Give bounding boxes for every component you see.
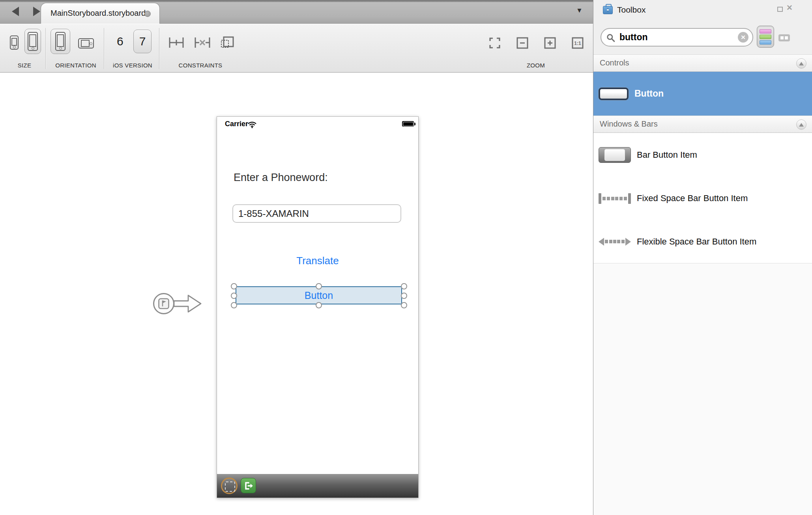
size-large-phone-button[interactable] xyxy=(24,29,41,54)
add-width-constraint-icon[interactable] xyxy=(168,36,184,49)
exit-unwind-segue-icon[interactable] xyxy=(241,478,256,493)
ios-version-6-button[interactable]: 6 xyxy=(117,35,123,48)
toolbox-panel: Toolbox ✕ ✕ Controls xyxy=(593,0,812,515)
search-input[interactable] xyxy=(619,31,733,44)
forward-arrow-icon[interactable] xyxy=(33,7,40,16)
orientation-portrait-icon xyxy=(55,32,65,51)
toolbox-item-label: Button xyxy=(634,88,664,99)
size-label: SIZE xyxy=(8,62,41,69)
toolbox-icon xyxy=(603,6,613,14)
zoom-actual-text: 1:1 xyxy=(574,41,581,46)
misplaced-views-icon[interactable] xyxy=(220,36,234,49)
flexible-space-icon xyxy=(599,238,631,246)
size-large-phone-icon xyxy=(28,32,38,51)
categorized-view-toggle-button[interactable] xyxy=(757,26,774,48)
phoneword-text-field[interactable]: 1-855-XAMARIN xyxy=(232,204,401,223)
orientation-portrait-button[interactable] xyxy=(51,29,70,54)
tab-status-dot[interactable] xyxy=(144,11,151,17)
selection-handle-bottom-left[interactable] xyxy=(231,302,237,308)
phoneword-prompt-label: Enter a Phoneword: xyxy=(234,172,328,184)
selection-handle-top-left[interactable] xyxy=(231,283,237,289)
tab-title: MainStoryboard.storyboard xyxy=(51,9,146,18)
storyboard-entry-arrow[interactable] xyxy=(152,291,203,316)
back-arrow-icon[interactable] xyxy=(12,7,19,16)
selection-handle-bottom-center[interactable] xyxy=(316,302,322,308)
tab-strip: MainStoryboard.storyboard ▼ xyxy=(0,0,593,24)
constraints-label: CONSTRAINTS xyxy=(169,62,232,69)
zoom-fit-icon[interactable] xyxy=(489,37,501,49)
orientation-landscape-button[interactable] xyxy=(78,38,94,49)
section-title: Windows & Bars xyxy=(600,119,658,129)
toolbox-search-field[interactable]: ✕ xyxy=(601,28,753,47)
view-controller-class-icon[interactable] xyxy=(221,478,238,494)
bar-button-item-icon xyxy=(599,147,631,163)
toolbox-header-area: Toolbox ✕ ✕ xyxy=(593,0,812,54)
orientation-label: ORIENTATION xyxy=(48,62,103,69)
search-icon xyxy=(606,34,615,42)
zoom-label: ZOOM xyxy=(512,62,559,69)
toolbox-item-fixed-space[interactable]: Fixed Space Bar Button Item xyxy=(593,177,812,220)
selection-handle-mid-left[interactable] xyxy=(231,293,237,299)
toolbox-item-flexible-space[interactable]: Flexible Space Bar Button Item xyxy=(593,220,812,263)
zoom-out-icon[interactable] xyxy=(516,37,528,49)
button-control-icon xyxy=(599,88,629,100)
clear-search-icon[interactable]: ✕ xyxy=(738,32,748,43)
carrier-text: Carrier xyxy=(225,120,248,128)
category-rows-icon xyxy=(760,40,771,45)
ios-version-7-button[interactable]: 7 xyxy=(133,30,152,53)
phoneword-text-value: 1-855-XAMARIN xyxy=(238,208,309,219)
toolbox-header: Toolbox ✕ xyxy=(593,0,812,21)
wifi-icon xyxy=(247,121,257,128)
zoom-in-icon[interactable] xyxy=(544,37,556,49)
close-panel-icon[interactable]: ✕ xyxy=(786,3,793,12)
size-small-phone-button[interactable] xyxy=(10,35,19,50)
ios-version-label: iOS VERSION xyxy=(105,62,160,69)
toolbox-item-bar-button-item[interactable]: Bar Button Item xyxy=(593,133,812,177)
view-controller-bottom-bar xyxy=(217,474,418,498)
section-header-windows-bars[interactable]: Windows & Bars xyxy=(593,116,812,133)
section-header-controls[interactable]: Controls xyxy=(593,54,812,72)
selection-handle-bottom-right[interactable] xyxy=(401,302,407,308)
toolbox-item-label: Bar Button Item xyxy=(637,150,697,160)
dock-panel-icon[interactable] xyxy=(777,7,783,12)
remove-constraint-icon[interactable] xyxy=(194,36,211,49)
designer-toolbar: SIZE ORIENTATION 6 7 iOS VERSION xyxy=(0,24,593,73)
phone-design-surface[interactable]: Carrier Enter a Phoneword: 1-855-XAMARIN… xyxy=(217,116,419,498)
toolbox-item-label: Fixed Space Bar Button Item xyxy=(637,193,748,203)
section-title: Controls xyxy=(600,58,629,67)
ios-version-7-value: 7 xyxy=(139,35,146,48)
category-rows-icon xyxy=(760,35,771,39)
xamarin-storyboard-designer: MainStoryboard.storyboard ▼ SIZE ORIENTA… xyxy=(0,0,812,515)
selection-handle-mid-right[interactable] xyxy=(401,293,407,299)
zoom-actual-size-icon[interactable]: 1:1 xyxy=(572,37,584,49)
toolbox-title: Toolbox xyxy=(617,5,645,15)
battery-icon xyxy=(402,121,414,127)
toolbar-divider xyxy=(159,28,159,69)
tab-list-dropdown-icon[interactable]: ▼ xyxy=(576,7,583,15)
tab-mainstoryboard[interactable]: MainStoryboard.storyboard xyxy=(41,3,160,24)
toolbox-empty-area xyxy=(593,263,812,515)
translate-button[interactable]: Translate xyxy=(217,255,418,267)
toolbar-divider xyxy=(104,28,104,69)
collapse-section-icon[interactable] xyxy=(796,58,806,69)
toolbox-item-button[interactable]: Button xyxy=(593,72,812,116)
toolbox-item-label: Flexible Space Bar Button Item xyxy=(637,237,756,247)
toolbar-divider xyxy=(45,28,46,69)
compact-view-toggle-icon[interactable] xyxy=(778,34,790,41)
selection-handle-top-center[interactable] xyxy=(316,283,322,289)
selection-handle-top-right[interactable] xyxy=(401,283,407,289)
collapse-section-icon[interactable] xyxy=(796,119,806,130)
category-rows-icon xyxy=(760,29,771,34)
fixed-space-icon xyxy=(599,193,631,204)
